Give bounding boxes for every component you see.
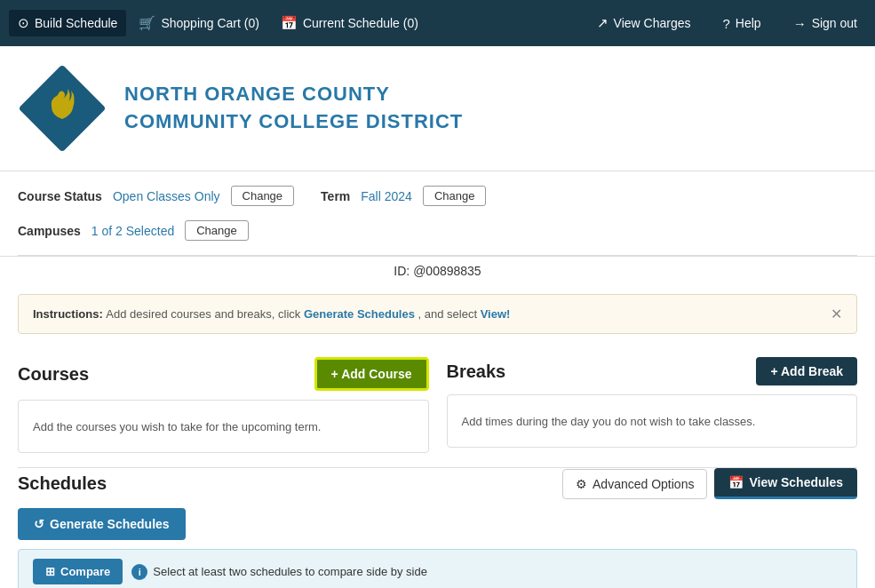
- id-banner: ID: @00898835: [0, 256, 875, 285]
- info-icon: i: [131, 564, 147, 580]
- breaks-title: Breaks: [447, 362, 506, 382]
- instructions-text: Instructions: Add desired courses and br…: [33, 307, 822, 321]
- instructions-box: Instructions: Add desired courses and br…: [18, 294, 857, 334]
- breaks-empty-text: Add times during the day you do not wish…: [462, 415, 756, 428]
- schedules-area: Schedules ⚙ Advanced Options 📅 View Sche…: [0, 468, 875, 588]
- view-charges-nav[interactable]: ↗ View Charges: [588, 10, 700, 36]
- compare-info: i Select at least two schedules to compa…: [131, 564, 427, 580]
- nav-left: ⊙ Build Schedule 🛒 Shopping Cart (0) 📅 C…: [9, 10, 427, 36]
- schedules-header: Schedules ⚙ Advanced Options 📅 View Sche…: [18, 468, 857, 499]
- campuses-label: Campuses: [18, 224, 81, 238]
- build-icon: ⊙: [18, 15, 29, 31]
- college-name-line2: COMMUNITY COLLEGE DISTRICT: [124, 108, 463, 136]
- breaks-empty-box: Add times during the day you do not wish…: [447, 394, 858, 448]
- courses-title: Courses: [18, 364, 89, 385]
- courses-section: Courses + Add Course Add the courses you…: [18, 357, 429, 453]
- sign-out-nav[interactable]: → Sign out: [784, 11, 866, 36]
- term-value: Fall 2024: [361, 189, 412, 203]
- courses-empty-box: Add the courses you wish to take for the…: [18, 400, 429, 453]
- add-break-button[interactable]: + Add Break: [756, 357, 857, 385]
- breaks-header: Breaks + Add Break: [447, 357, 858, 385]
- generate-schedules-link[interactable]: Generate Schedules: [304, 307, 415, 321]
- instructions-middle: , and select: [415, 307, 481, 321]
- instructions-body: Add desired courses and breaks, click: [106, 307, 304, 321]
- course-status-group: Course Status Open Classes Only Change: [18, 186, 294, 206]
- compare-button[interactable]: ⊞ Compare: [33, 559, 123, 584]
- gear-icon: ⚙: [576, 477, 587, 491]
- filters-second-row: Campuses 1 of 2 Selected Change: [0, 220, 875, 255]
- current-schedule-nav[interactable]: 📅 Current Schedule (0): [272, 10, 427, 36]
- cart-icon: 🛒: [139, 15, 155, 31]
- advanced-options-button[interactable]: ⚙ Advanced Options: [562, 469, 707, 499]
- help-nav[interactable]: ? Help: [713, 11, 769, 36]
- campuses-change-button[interactable]: Change: [185, 220, 249, 241]
- view-link[interactable]: View!: [481, 307, 511, 321]
- compare-icon: ⊞: [45, 565, 55, 578]
- shopping-cart-nav[interactable]: 🛒 Shopping Cart (0): [130, 10, 268, 36]
- course-status-label: Course Status: [18, 189, 102, 203]
- college-logo: [18, 64, 107, 153]
- term-group: Term Fall 2024 Change: [321, 186, 486, 206]
- term-label: Term: [321, 189, 350, 203]
- breaks-section: Breaks + Add Break Add times during the …: [447, 357, 858, 453]
- external-link-icon: ↗: [597, 15, 609, 31]
- college-name-line1: NORTH ORANGE COUNTY: [124, 81, 463, 108]
- close-instructions-button[interactable]: ✕: [831, 306, 842, 322]
- filters-row: Course Status Open Classes Only Change T…: [0, 171, 875, 220]
- nav-right: ↗ View Charges ? Help → Sign out: [588, 10, 866, 36]
- top-navigation: ⊙ Build Schedule 🛒 Shopping Cart (0) 📅 C…: [0, 0, 875, 46]
- id-text: ID: @00898835: [394, 264, 481, 278]
- help-icon: ?: [722, 16, 729, 31]
- term-change-button[interactable]: Change: [423, 186, 487, 206]
- course-status-change-button[interactable]: Change: [231, 186, 295, 206]
- schedules-title: Schedules: [18, 473, 107, 494]
- college-name: NORTH ORANGE COUNTY COMMUNITY COLLEGE DI…: [124, 81, 463, 136]
- calendar-nav-icon: 📅: [281, 15, 298, 31]
- schedules-actions: ⚙ Advanced Options 📅 View Schedules: [562, 468, 857, 499]
- course-status-value: Open Classes Only: [113, 189, 220, 203]
- signout-icon: →: [793, 16, 807, 31]
- add-course-button[interactable]: + Add Course: [314, 357, 429, 391]
- courses-header: Courses + Add Course: [18, 357, 429, 391]
- build-schedule-nav[interactable]: ⊙ Build Schedule: [9, 10, 126, 36]
- refresh-icon: ↺: [34, 517, 44, 531]
- courses-empty-text: Add the courses you wish to take for the…: [33, 420, 321, 433]
- generate-schedules-button[interactable]: ↺ Generate Schedules: [18, 508, 186, 540]
- campuses-value: 1 of 2 Selected: [91, 224, 174, 238]
- instructions-prefix: Instructions:: [33, 307, 106, 321]
- calendar-icon: 📅: [728, 475, 744, 489]
- header-area: NORTH ORANGE COUNTY COMMUNITY COLLEGE DI…: [0, 46, 875, 171]
- main-content: Courses + Add Course Add the courses you…: [0, 343, 875, 467]
- compare-info-text: Select at least two schedules to compare…: [153, 565, 427, 578]
- compare-bar: ⊞ Compare i Select at least two schedule…: [18, 549, 857, 588]
- view-schedules-button[interactable]: 📅 View Schedules: [714, 468, 857, 499]
